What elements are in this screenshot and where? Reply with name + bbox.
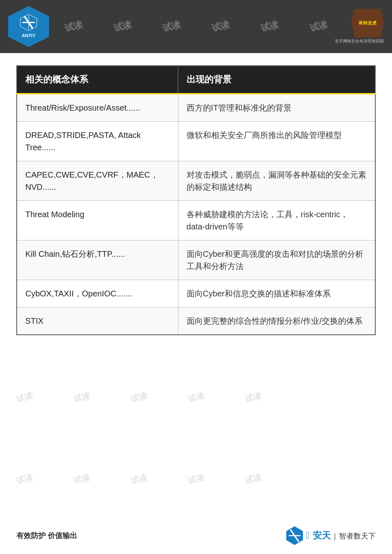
table-cell-right-2: 对攻击模式，脆弱点，漏洞等各种基础的安全元素的标定和描述结构 [178, 161, 375, 201]
table-row: Kill Chain,钻石分析,TTP......面向Cyber和更高强度的攻击… [17, 240, 375, 280]
table-cell-right-1: 微软和相关安全厂商所推出的风险管理模型 [178, 122, 375, 161]
table-row: STIX面向更完整的综合性的情报分析/作业/交换的体系 [17, 307, 375, 335]
watermark-2: 试读 [112, 18, 133, 35]
table-cell-left-6: STIX [17, 307, 178, 335]
bwm-24: 试读 [129, 390, 148, 405]
footer-brand-main: 安天 [313, 530, 331, 541]
footer-left-text: 有效防护 价值输出 [16, 531, 77, 541]
watermark-4: 试读 [210, 18, 231, 35]
logo: ANTIY [8, 6, 49, 47]
footer-brand-sub: 智者数天下 [339, 532, 376, 540]
bwm-26: 试读 [244, 390, 263, 405]
col2-header: 出现的背景 [178, 66, 375, 94]
footer-brand-antiy:  [306, 530, 310, 541]
bwm-29: 试读 [129, 472, 148, 486]
watermark-5: 试读 [259, 18, 280, 35]
header: ANTIY 试读 试读 试读 试读 试读 试读 将帅龙虎 安天网络安全冬训营第四… [0, 0, 392, 53]
table-row: DREAD,STRIDE,PASTA, Attack Tree......微软和… [17, 122, 375, 161]
footer-brand-area:  安天 | 智者数天下 [306, 530, 376, 542]
bwm-23: 试读 [72, 390, 91, 405]
table-row: CybOX,TAXII，OpenIOC.......面向Cyber和信息交换的描… [17, 280, 375, 307]
header-watermarks: 试读 试读 试读 试读 试读 试读 [0, 0, 392, 53]
bwm-25: 试读 [187, 390, 205, 405]
table-cell-left-5: CybOX,TAXII，OpenIOC....... [17, 280, 178, 307]
footer-right:  安天 | 智者数天下 [285, 525, 376, 546]
header-subtitle: 安天网络安全冬训营第四期 [335, 38, 384, 44]
table-cell-right-0: 西方的IT管理和标准化的背景 [178, 94, 375, 122]
col1-header: 相关的概念体系 [17, 66, 178, 94]
concept-table: 相关的概念体系 出现的背景 Threat/Risk/Exposure/Asset… [16, 65, 376, 335]
footer-logo [285, 525, 304, 546]
table-cell-left-0: Threat/Risk/Exposure/Asset...... [17, 94, 178, 122]
right-logo-badge: 将帅龙虎 [351, 9, 384, 38]
bwm-31: 试读 [244, 472, 263, 486]
table-cell-right-4: 面向Cyber和更高强度的攻击和对抗的场景的分析工具和分析方法 [178, 240, 375, 280]
footer-brand-sep: | [334, 532, 336, 540]
footer: 有效防护 价值输出  安天 | 智者数天下 [16, 525, 376, 546]
logo-symbol [18, 12, 39, 34]
table-row: Threat/Risk/Exposure/Asset......西方的IT管理和… [17, 94, 375, 122]
header-right: 将帅龙虎 安天网络安全冬训营第四期 [335, 9, 384, 44]
table-cell-right-5: 面向Cyber和信息交换的描述和标准体系 [178, 280, 375, 307]
watermark-3: 试读 [161, 18, 182, 35]
bwm-30: 试读 [187, 472, 205, 486]
bwm-22: 试读 [15, 390, 34, 405]
right-logo-text: 将帅龙虎 [359, 20, 376, 26]
logo-text: ANTIY [22, 33, 36, 38]
main-content: 相关的概念体系 出现的背景 Threat/Risk/Exposure/Asset… [16, 65, 376, 335]
table-cell-right-3: 各种威胁建模的方法论，工具，risk-centric，data-driven等等 [178, 201, 375, 240]
bwm-27: 试读 [15, 472, 34, 486]
table-row: Threat Modeling各种威胁建模的方法论，工具，risk-centri… [17, 201, 375, 240]
table-cell-right-6: 面向更完整的综合性的情报分析/作业/交换的体系 [178, 307, 375, 335]
table-cell-left-1: DREAD,STRIDE,PASTA, Attack Tree...... [17, 122, 178, 161]
table-cell-left-4: Kill Chain,钻石分析,TTP...... [17, 240, 178, 280]
watermark-1: 试读 [63, 18, 84, 35]
table-cell-left-3: Threat Modeling [17, 201, 178, 240]
table-cell-left-2: CAPEC,CWE,CVE,CVRF，MAEC，NVD...... [17, 161, 178, 201]
watermark-6: 试读 [308, 18, 329, 35]
table-row: CAPEC,CWE,CVE,CVRF，MAEC，NVD......对攻击模式，脆… [17, 161, 375, 201]
bwm-28: 试读 [72, 472, 91, 486]
